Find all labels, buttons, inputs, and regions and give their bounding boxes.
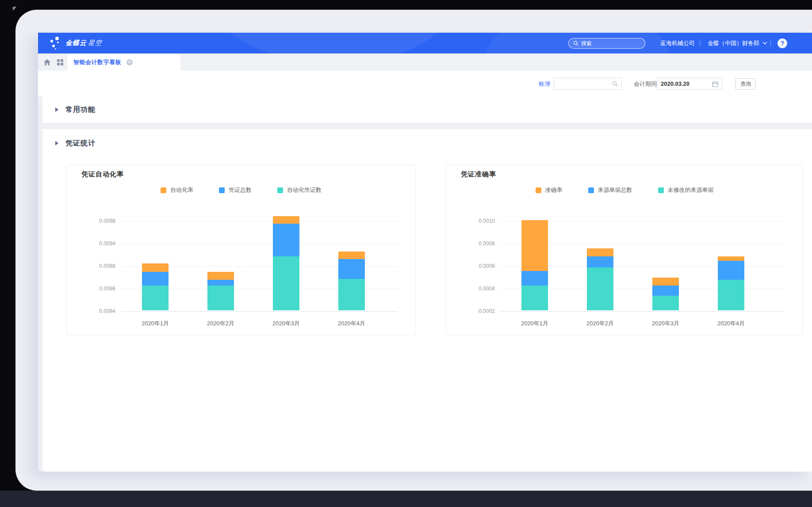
company-name[interactable]: 蓝海机械公司	[660, 33, 695, 53]
bar-segment	[587, 267, 613, 310]
axis-baseline	[501, 311, 785, 312]
axis-baseline	[121, 311, 398, 312]
global-search-input[interactable]: 搜索	[568, 38, 645, 49]
legend-label: 未修改的来源单据	[668, 186, 714, 194]
legend-swatch-icon	[658, 187, 664, 193]
calendar-icon	[712, 81, 718, 87]
legend-item[interactable]: 准确率	[536, 186, 563, 194]
header-divider	[770, 33, 771, 53]
gridline	[121, 244, 398, 244]
bar-segment	[521, 220, 548, 271]
bar-segment	[207, 272, 234, 280]
legend-label: 准确率	[545, 186, 563, 194]
chart-voucher-automation-rate: 凭证自动化率自动化率凭证总数自动化凭证数0.00980.00940.00880.…	[66, 164, 416, 335]
bar-segment	[718, 256, 744, 261]
y-tick-label: 0.0086	[67, 286, 115, 292]
bar-segment	[142, 286, 169, 310]
section-voucher-statistics-header[interactable]: 凭证统计	[42, 129, 812, 157]
legend-item[interactable]: 自动化凭证数	[277, 186, 322, 194]
bar-segment	[142, 272, 169, 286]
legend-item[interactable]: 未修改的来源单据	[658, 186, 714, 194]
legend-swatch-icon	[536, 187, 541, 193]
search-icon	[612, 81, 618, 87]
mouse-cursor	[12, 6, 17, 11]
collapse-arrow-icon	[55, 107, 58, 112]
header-decor-circle	[211, 33, 458, 53]
y-tick-label: 0.0088	[67, 263, 115, 269]
logo-dots-icon	[50, 36, 61, 50]
y-tick-label: 0.0002	[446, 308, 495, 314]
y-tick-label: 0.0004	[446, 286, 495, 292]
brand-name-bold: 金蝶云	[65, 39, 87, 46]
x-axis-label: 2020年3月	[253, 320, 319, 328]
stacked-bar	[273, 216, 299, 310]
y-tick-label: 0.0098	[67, 218, 115, 224]
period-date-input[interactable]: 2020.03.20	[657, 78, 722, 90]
x-axis-label: 2020年1月	[502, 320, 567, 328]
y-tick-label: 0.0008	[446, 240, 495, 247]
ledger-input[interactable]	[554, 78, 622, 90]
bar-segment	[652, 278, 679, 286]
tab-close-icon[interactable]: ✕	[126, 59, 133, 65]
legend-swatch-icon	[277, 187, 283, 193]
x-axis-label: 2020年4月	[698, 320, 764, 328]
bar-segment	[207, 286, 234, 310]
x-axis-label: 2020年4月	[319, 320, 384, 328]
chart-legend: 自动化率凭证总数自动化凭证数	[67, 186, 415, 194]
brand-name-light: 星空	[88, 39, 102, 46]
page-body: 常用功能 凭证统计 凭证自动化率自动化率凭证总数自动化凭证数0.00980.00…	[38, 96, 812, 472]
home-icon[interactable]	[42, 53, 52, 71]
y-tick-label: 0.0084	[67, 308, 115, 314]
legend-label: 来源单据总数	[598, 186, 632, 194]
brand-logo: 金蝶云星空	[50, 36, 102, 50]
stacked-bar	[521, 220, 548, 310]
filter-bar: 账簿 会计期间 2020.03.20 查询	[38, 71, 812, 96]
search-placeholder: 搜索	[581, 40, 592, 47]
stacked-bar	[207, 272, 234, 310]
app-window: 金蝶云星空 搜索 蓝海机械公司 金蝶（中国）财务部	[38, 33, 812, 472]
section-common-functions: 常用功能	[42, 96, 812, 123]
bar-segment	[273, 256, 299, 310]
legend-label: 凭证总数	[229, 186, 252, 194]
bar-segment	[587, 256, 613, 268]
apps-grid-icon[interactable]	[55, 53, 65, 71]
legend-swatch-icon	[161, 187, 166, 193]
section-voucher-statistics: 凭证统计 凭证自动化率自动化率凭证总数自动化凭证数0.00980.00940.0…	[42, 129, 812, 472]
query-button[interactable]: 查询	[735, 78, 756, 90]
x-axis-label: 2020年2月	[188, 320, 253, 328]
bar-segment	[338, 279, 365, 310]
bar-segment	[273, 216, 299, 224]
header-divider	[700, 33, 700, 53]
stacked-bar	[718, 256, 744, 310]
bar-segment	[142, 263, 169, 272]
user-department-menu[interactable]: 金蝶（中国）财务部	[708, 33, 767, 53]
section-title: 凭证统计	[65, 139, 96, 148]
legend-item[interactable]: 来源单据总数	[588, 186, 632, 194]
chart-voucher-accuracy-rate: 凭证准确率准确率来源单据总数未修改的来源单据0.00100.00080.0006…	[446, 164, 803, 335]
y-tick-label: 0.0010	[446, 218, 495, 224]
tab-smart-accounting-dashboard[interactable]: 智能会计数字看板 ✕	[67, 53, 180, 71]
section-common-functions-header[interactable]: 常用功能	[42, 96, 812, 123]
legend-label: 自动化率	[170, 186, 193, 194]
app-header: 金蝶云星空 搜索 蓝海机械公司 金蝶（中国）财务部	[38, 33, 812, 53]
period-label: 会计期间	[634, 80, 657, 88]
x-axis-label: 2020年2月	[567, 320, 633, 328]
legend-item[interactable]: 凭证总数	[219, 186, 252, 194]
bar-segment	[521, 271, 548, 286]
stacked-bar	[338, 252, 365, 310]
help-button[interactable]: ?	[778, 33, 787, 53]
search-icon	[573, 41, 578, 46]
collapse-arrow-icon	[55, 141, 58, 145]
chart-title: 凭证准确率	[461, 170, 496, 179]
chevron-down-icon	[762, 42, 767, 45]
tab-bar: 智能会计数字看板 ✕	[38, 53, 812, 71]
bar-segment	[652, 286, 679, 296]
y-tick-label: 0.0094	[67, 240, 115, 247]
stacked-bar	[652, 278, 679, 310]
period-value: 2020.03.20	[661, 80, 689, 87]
desktop-bottom-strip	[0, 491, 812, 507]
bar-segment	[587, 248, 613, 256]
legend-item[interactable]: 自动化率	[161, 186, 193, 194]
bar-segment	[652, 296, 679, 310]
bar-segment	[338, 259, 365, 278]
